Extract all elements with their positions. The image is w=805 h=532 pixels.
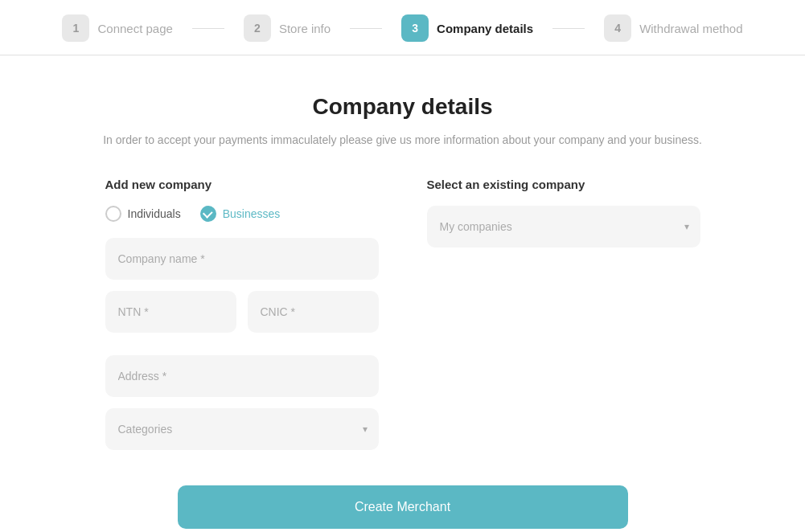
page-subtitle: In order to accept your payments immacul… <box>57 131 749 149</box>
individuals-radio[interactable]: Individuals <box>105 206 181 222</box>
step-1-label: Connect page <box>97 22 172 35</box>
step-2-label: Store info <box>279 22 331 35</box>
step-divider-2 <box>350 28 382 29</box>
individuals-radio-label: Individuals <box>128 207 181 220</box>
step-4[interactable]: 4 Withdrawal method <box>585 14 762 42</box>
step-divider-1 <box>192 28 224 29</box>
main-content: Company details In order to accept your … <box>41 55 765 532</box>
cnic-input[interactable] <box>248 291 379 333</box>
individuals-radio-circle <box>105 206 121 222</box>
company-type-radio-group: Individuals Businesses <box>105 206 379 222</box>
step-4-circle: 4 <box>604 14 631 42</box>
company-name-input[interactable] <box>105 238 379 280</box>
categories-wrapper: Categories ▾ <box>105 408 379 450</box>
create-merchant-button[interactable]: Create Merchant <box>178 485 628 529</box>
step-3[interactable]: 3 Company details <box>382 14 552 42</box>
my-companies-wrapper: My companies ▾ <box>427 206 700 248</box>
step-1[interactable]: 1 Connect page <box>43 14 191 42</box>
stepper: 1 Connect page 2 Store info 3 Company de… <box>0 0 805 55</box>
add-company-heading: Add new company <box>105 178 379 191</box>
ntn-input[interactable] <box>105 291 236 333</box>
step-4-label: Withdrawal method <box>639 22 742 35</box>
right-column: Select an existing company My companies … <box>427 178 700 461</box>
businesses-radio-circle <box>200 206 216 222</box>
businesses-radio[interactable]: Businesses <box>200 206 281 222</box>
form-columns: Add new company Individuals Businesses <box>57 178 749 461</box>
my-companies-select[interactable]: My companies <box>427 206 700 248</box>
step-3-circle: 3 <box>401 14 429 42</box>
step-3-label: Company details <box>437 22 533 35</box>
left-column: Add new company Individuals Businesses <box>105 178 379 461</box>
step-1-circle: 1 <box>62 14 89 42</box>
page-title: Company details <box>57 94 749 120</box>
step-divider-3 <box>552 28 585 29</box>
step-2-circle: 2 <box>244 14 271 42</box>
categories-select[interactable]: Categories <box>105 408 379 450</box>
step-2[interactable]: 2 Store info <box>224 14 350 42</box>
businesses-radio-label: Businesses <box>223 207 281 220</box>
select-company-heading: Select an existing company <box>427 178 700 191</box>
address-input[interactable] <box>105 355 379 397</box>
ntn-cnic-row <box>105 291 379 344</box>
